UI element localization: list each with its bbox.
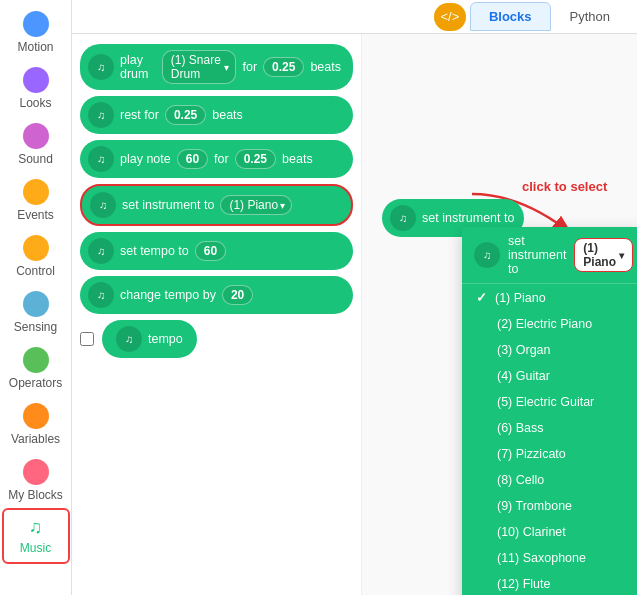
variables-dot xyxy=(23,403,49,429)
tempo-checkbox[interactable] xyxy=(80,332,94,346)
tab-bar: </> Blocks Python xyxy=(72,0,637,34)
dropdown-item-7[interactable]: (8) Cello xyxy=(462,467,637,493)
dropdown-item-11[interactable]: (12) Flute xyxy=(462,571,637,595)
canvas-area: click to select ♫ set instrument to ♫ xyxy=(362,34,637,595)
myblocks-dot xyxy=(23,459,49,485)
note-beats-value[interactable]: 0.25 xyxy=(235,149,276,169)
sidebar-item-label-motion: Motion xyxy=(17,40,53,54)
sidebar-item-events[interactable]: Events xyxy=(2,172,70,228)
music-note-icon-4: ♫ xyxy=(90,192,116,218)
sidebar-item-music[interactable]: ♫ Music xyxy=(2,508,70,564)
click-to-select-label: click to select xyxy=(522,179,607,194)
canvas-block-label: set instrument to xyxy=(422,211,514,225)
dropdown-item-9[interactable]: (10) Clarinet xyxy=(462,519,637,545)
sidebar-item-looks[interactable]: Looks xyxy=(2,60,70,116)
block-rest-for[interactable]: ♫ rest for 0.25 beats xyxy=(80,96,353,134)
music-note-icon-3: ♫ xyxy=(88,146,114,172)
dropdown-item-8[interactable]: (9) Trombone xyxy=(462,493,637,519)
music-note-icon: ♫ xyxy=(29,517,43,538)
sound-dot xyxy=(23,123,49,149)
instrument-dropdown-popup: ♫ set instrument to (1) Piano (1) Piano(… xyxy=(462,227,637,595)
dropdown-header-label: set instrument to xyxy=(508,234,566,276)
main-area: </> Blocks Python ♫ play drum (1) Snare … xyxy=(72,0,637,595)
sidebar-item-label-myblocks: My Blocks xyxy=(8,488,63,502)
dropdown-items-list: (1) Piano(2) Electric Piano(3) Organ(4) … xyxy=(462,284,637,595)
operators-dot xyxy=(23,347,49,373)
sidebar: Motion Looks Sound Events Control Sensin… xyxy=(0,0,72,595)
tempo-reporter-row: ♫ tempo xyxy=(80,320,353,358)
dropdown-item-4[interactable]: (5) Electric Guitar xyxy=(462,389,637,415)
block-change-tempo[interactable]: ♫ change tempo by 20 xyxy=(80,276,353,314)
dropdown-selected-value[interactable]: (1) Piano xyxy=(574,238,633,272)
events-dot xyxy=(23,179,49,205)
sidebar-item-sensing[interactable]: Sensing xyxy=(2,284,70,340)
sidebar-item-operators[interactable]: Operators xyxy=(2,340,70,396)
dropdown-item-5[interactable]: (6) Bass xyxy=(462,415,637,441)
instrument-dropdown[interactable]: (1) Piano xyxy=(220,195,292,215)
music-note-icon-1: ♫ xyxy=(88,54,114,80)
sidebar-item-motion[interactable]: Motion xyxy=(2,4,70,60)
rest-beats-value[interactable]: 0.25 xyxy=(165,105,206,125)
sidebar-item-sound[interactable]: Sound xyxy=(2,116,70,172)
dropdown-item-6[interactable]: (7) Pizzicato xyxy=(462,441,637,467)
sidebar-item-label-control: Control xyxy=(16,264,55,278)
canvas-music-icon: ♫ xyxy=(390,205,416,231)
sensing-dot xyxy=(23,291,49,317)
tempo-set-value[interactable]: 60 xyxy=(195,241,226,261)
sidebar-item-variables[interactable]: Variables xyxy=(2,396,70,452)
tab-python[interactable]: Python xyxy=(551,2,629,31)
code-toggle-icon[interactable]: </> xyxy=(434,3,466,31)
sidebar-item-label-sound: Sound xyxy=(18,152,53,166)
looks-dot xyxy=(23,67,49,93)
sidebar-item-label-looks: Looks xyxy=(19,96,51,110)
note-value[interactable]: 60 xyxy=(177,149,208,169)
block-list-panel: ♫ play drum (1) Snare Drum for 0.25 beat… xyxy=(72,34,362,595)
sidebar-item-label-music: Music xyxy=(20,541,51,555)
dropdown-header-music-icon: ♫ xyxy=(474,242,500,268)
sidebar-item-label-variables: Variables xyxy=(11,432,60,446)
dropdown-item-10[interactable]: (11) Saxophone xyxy=(462,545,637,571)
dropdown-item-2[interactable]: (3) Organ xyxy=(462,337,637,363)
dropdown-item-0[interactable]: (1) Piano xyxy=(462,284,637,311)
dropdown-item-3[interactable]: (4) Guitar xyxy=(462,363,637,389)
sidebar-item-label-operators: Operators xyxy=(9,376,62,390)
sidebar-item-label-events: Events xyxy=(17,208,54,222)
tab-blocks[interactable]: Blocks xyxy=(470,2,551,31)
sidebar-item-myblocks[interactable]: My Blocks xyxy=(2,452,70,508)
block-set-tempo[interactable]: ♫ set tempo to 60 xyxy=(80,232,353,270)
blocks-area: ♫ play drum (1) Snare Drum for 0.25 beat… xyxy=(72,34,637,595)
dropdown-item-1[interactable]: (2) Electric Piano xyxy=(462,311,637,337)
music-note-icon-6: ♫ xyxy=(88,282,114,308)
block-play-drum[interactable]: ♫ play drum (1) Snare Drum for 0.25 beat… xyxy=(80,44,353,90)
block-play-note[interactable]: ♫ play note 60 for 0.25 beats xyxy=(80,140,353,178)
music-note-icon-7: ♫ xyxy=(116,326,142,352)
sidebar-item-label-sensing: Sensing xyxy=(14,320,57,334)
block-set-instrument[interactable]: ♫ set instrument to (1) Piano xyxy=(80,184,353,226)
block-tempo[interactable]: ♫ tempo xyxy=(102,320,197,358)
music-note-icon-2: ♫ xyxy=(88,102,114,128)
drum-beats-value[interactable]: 0.25 xyxy=(263,57,304,77)
control-dot xyxy=(23,235,49,261)
motion-dot xyxy=(23,11,49,37)
drum-type-dropdown[interactable]: (1) Snare Drum xyxy=(162,50,237,84)
sidebar-item-control[interactable]: Control xyxy=(2,228,70,284)
tempo-change-value[interactable]: 20 xyxy=(222,285,253,305)
dropdown-popup-header: ♫ set instrument to (1) Piano xyxy=(462,227,637,284)
music-note-icon-5: ♫ xyxy=(88,238,114,264)
